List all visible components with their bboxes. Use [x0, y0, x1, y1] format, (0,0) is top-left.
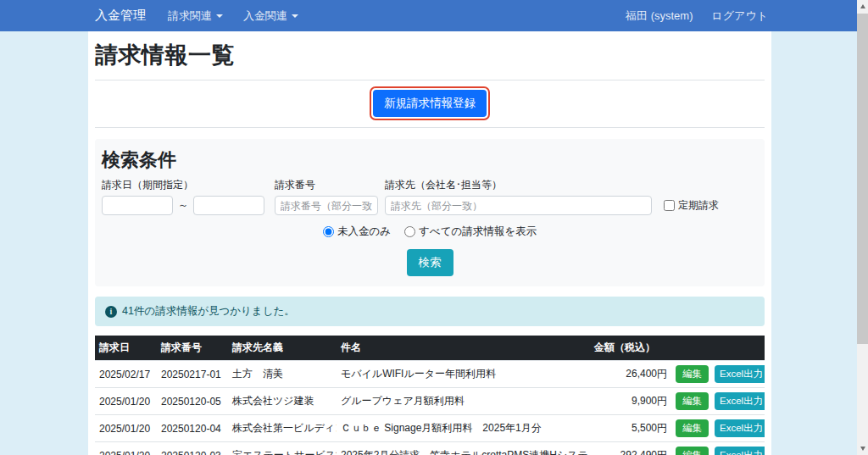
- triangle-down-icon: [860, 447, 865, 451]
- recurring-checkbox-label: 定期請求: [678, 198, 719, 213]
- billing-number-label: 請求番号: [275, 178, 378, 192]
- recurring-checkbox-group: 定期請求: [664, 196, 719, 215]
- cell-subject: グループウェア月額利用料: [337, 388, 590, 415]
- billing-date-from-input[interactable]: [102, 196, 173, 215]
- table-row: 2025/01/20 20250120-05 株式会社ツジ建装 グループウェア月…: [95, 388, 765, 415]
- triangle-up-icon: [860, 4, 865, 8]
- edit-button[interactable]: 編集: [676, 419, 709, 437]
- cell-subject: モバイルWIFIルーター年間利用料: [337, 361, 590, 388]
- divider: [95, 127, 765, 128]
- scroll-up-button[interactable]: [857, 0, 868, 13]
- excel-export-button[interactable]: Excel出力: [715, 392, 765, 410]
- radio-unpaid-item: 未入金のみ: [323, 225, 391, 239]
- cell-amount: 26,400円: [590, 361, 671, 388]
- billing-date-to-input[interactable]: [193, 196, 264, 215]
- search-button[interactable]: 検索: [407, 249, 453, 276]
- billing-number-input[interactable]: [275, 196, 378, 215]
- navbar-brand[interactable]: 入金管理: [95, 8, 146, 24]
- cell-client: 宝エステートサービス株式会社: [228, 442, 337, 455]
- cell-number: 20250120-04: [157, 415, 228, 442]
- radio-all-label: すべての請求情報を表示: [419, 225, 537, 239]
- page-title: 請求情報一覧: [95, 40, 765, 70]
- header-edit: [671, 336, 710, 361]
- new-button-row: 新規請求情報登録: [95, 80, 765, 127]
- cell-date: 2025/01/20: [95, 442, 157, 455]
- billing-table: 請求日 請求番号 請求先名義 件名 金額（税込） 2025/02/17 2025…: [95, 336, 765, 455]
- radio-all-item: すべての請求情報を表示: [404, 225, 537, 239]
- chevron-down-icon: [292, 14, 298, 18]
- billing-table-body: 2025/02/17 20250217-01 土方 清美 モバイルWIFIルータ…: [95, 361, 765, 455]
- billing-table-header: 請求日 請求番号 請求先名義 件名 金額（税込）: [95, 336, 765, 361]
- search-panel-title: 検索条件: [102, 147, 758, 173]
- scroll-down-button[interactable]: [857, 442, 868, 455]
- radio-unpaid[interactable]: [323, 226, 334, 237]
- billing-client-input[interactable]: [385, 196, 652, 215]
- date-range-separator: ～: [178, 198, 188, 213]
- chevron-down-icon: [216, 14, 223, 18]
- table-row: 2025/01/20 20250120-04 株式会社第一ビルディング Ｃｕｂｅ…: [95, 415, 765, 442]
- cell-number: 20250120-05: [157, 388, 228, 415]
- cell-amount: 292,490円: [590, 442, 671, 455]
- excel-export-button[interactable]: Excel出力: [715, 419, 765, 437]
- vertical-scrollbar[interactable]: [857, 0, 868, 455]
- table-row: 2025/01/20 20250120-03 宝エステートサービス株式会社 20…: [95, 442, 765, 455]
- logout-link[interactable]: ログアウト: [711, 8, 768, 24]
- excel-export-button[interactable]: Excel出力: [715, 447, 765, 455]
- cell-client: 株式会社ツジ建装: [228, 388, 337, 415]
- cell-number: 20250120-03: [157, 442, 228, 455]
- highlight-annotation: 新規請求情報登録: [370, 86, 490, 120]
- radio-unpaid-label: 未入金のみ: [337, 225, 391, 239]
- table-row: 2025/02/17 20250217-01 土方 清美 モバイルWIFIルータ…: [95, 361, 765, 388]
- cell-date: 2025/01/20: [95, 388, 157, 415]
- cell-date: 2025/01/20: [95, 415, 157, 442]
- nav-menu-payment[interactable]: 入金関連: [243, 8, 298, 24]
- payment-filter-radios: 未入金のみ すべての請求情報を表示: [102, 225, 758, 239]
- header-client: 請求先名義: [228, 336, 337, 361]
- cell-subject: 2025年2月分請求 笠寺ホテルcrottaPMS連携Hシステム連携・保守: [337, 442, 590, 455]
- nav-menu-billing[interactable]: 請求関連: [168, 8, 223, 24]
- billing-date-range: ～: [102, 196, 264, 215]
- cell-client: 土方 清美: [228, 361, 337, 388]
- billing-date-group: 請求日（期間指定） ～: [102, 178, 264, 215]
- search-fields-row: 請求日（期間指定） ～ 請求番号 請求先（会社名･担当等） 定期請求: [102, 178, 758, 215]
- edit-button[interactable]: 編集: [676, 447, 709, 455]
- cell-number: 20250217-01: [157, 361, 228, 388]
- nav-menu-payment-label: 入金関連: [243, 8, 287, 24]
- search-panel: 検索条件 請求日（期間指定） ～ 請求番号 請求先（会社名･担当等）: [95, 139, 765, 286]
- scrollbar-thumb[interactable]: [857, 14, 868, 344]
- billing-client-group: 請求先（会社名･担当等）: [385, 178, 652, 215]
- billing-date-label: 請求日（期間指定）: [102, 178, 264, 192]
- cell-date: 2025/02/17: [95, 361, 157, 388]
- billing-client-label: 請求先（会社名･担当等）: [385, 178, 652, 192]
- new-billing-button[interactable]: 新規請求情報登録: [373, 90, 487, 117]
- radio-all[interactable]: [404, 226, 415, 237]
- header-amount: 金額（税込）: [590, 336, 671, 361]
- edit-button[interactable]: 編集: [676, 365, 709, 383]
- info-icon: i: [105, 306, 117, 318]
- recurring-checkbox[interactable]: [664, 200, 675, 211]
- excel-export-button[interactable]: Excel出力: [715, 365, 765, 383]
- navbar: 入金管理 請求関連 入金関連 福田 (system) ログアウト: [0, 0, 868, 31]
- header-subject: 件名: [337, 336, 590, 361]
- header-excel: [710, 336, 765, 361]
- header-date: 請求日: [95, 336, 157, 361]
- cell-amount: 5,500円: [590, 415, 671, 442]
- cell-client: 株式会社第一ビルディング: [228, 415, 337, 442]
- header-number: 請求番号: [157, 336, 228, 361]
- search-button-row: 検索: [102, 249, 758, 276]
- current-user-label: 福田 (system): [626, 8, 693, 24]
- billing-number-group: 請求番号: [275, 178, 378, 215]
- result-count-text: 41件の請求情報が見つかりました。: [122, 304, 295, 319]
- edit-button[interactable]: 編集: [676, 392, 709, 410]
- cell-subject: Ｃｕｂｅ Signage月額利用料 2025年1月分: [337, 415, 590, 442]
- main-content: 請求情報一覧 新規請求情報登録 検索条件 請求日（期間指定） ～ 請求番号: [88, 31, 771, 455]
- nav-menu-billing-label: 請求関連: [168, 8, 212, 24]
- cell-amount: 9,900円: [590, 388, 671, 415]
- result-count-alert: i 41件の請求情報が見つかりました。: [95, 297, 765, 326]
